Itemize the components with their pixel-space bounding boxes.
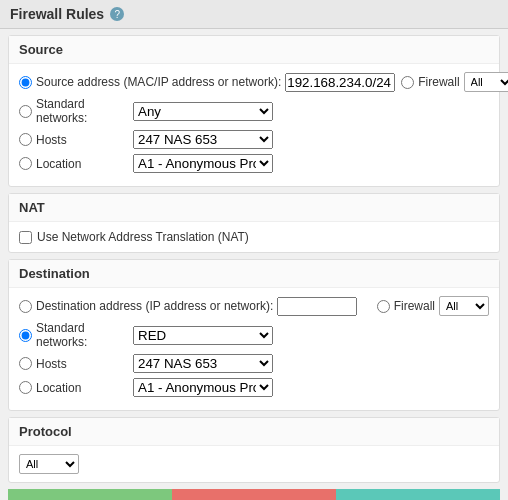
dest-address-input[interactable] [277,297,357,316]
dest-address-row: Destination address (IP address or netwo… [19,296,489,316]
protocol-section: Protocol All TCP UDP ICMP [8,417,500,483]
nat-section-title: NAT [9,194,499,222]
dest-location-text: Location [36,381,81,395]
destination-section-title: Destination [9,260,499,288]
source-section: Source Source address (MAC/IP address or… [8,35,500,187]
source-hosts-radio[interactable] [19,133,32,146]
page-title: Firewall Rules [10,6,104,22]
dest-std-text: Standard networks: [36,321,129,349]
source-std-text: Standard networks: [36,97,129,125]
dest-address-radio[interactable] [19,300,32,313]
protocol-select[interactable]: All TCP UDP ICMP [19,454,79,474]
dest-hosts-select[interactable]: 247 NAS 653 [133,354,273,373]
dest-location-label[interactable]: Location [19,381,129,395]
source-std-radio[interactable] [19,105,32,118]
source-hosts-row: Hosts 247 NAS 653 [19,130,489,149]
source-std-networks-row: Standard networks: Any 247 NAS 653 [19,97,489,125]
source-location-row: Location A1 - Anonymous Proxy [19,154,489,173]
source-hosts-label[interactable]: Hosts [19,133,129,147]
source-address-radio[interactable] [19,76,32,89]
accept-color-bar [8,489,172,500]
page-header: Firewall Rules ? [0,0,508,29]
dest-address-text: Destination address (IP address or netwo… [36,299,273,313]
source-location-label[interactable]: Location [19,157,129,171]
nat-checkbox-text: Use Network Address Translation (NAT) [37,230,249,244]
dest-std-select[interactable]: RED [133,326,273,345]
dest-hosts-row: Hosts 247 NAS 653 [19,354,489,373]
source-location-text: Location [36,157,81,171]
action-color-bar [8,489,500,500]
nat-section: NAT Use Network Address Translation (NAT… [8,193,500,253]
source-firewall-label: Firewall [418,75,459,89]
source-address-label[interactable]: Source address (MAC/IP address or networ… [19,73,395,92]
source-location-select[interactable]: A1 - Anonymous Proxy [133,154,273,173]
source-address-row: Source address (MAC/IP address or networ… [19,72,489,92]
dest-std-radio[interactable] [19,329,32,342]
source-section-body: Source address (MAC/IP address or networ… [9,64,499,186]
dest-location-row: Location A1 - Anonymous Proxy [19,378,489,397]
source-address-input[interactable] [285,73,395,92]
source-std-networks-label[interactable]: Standard networks: [19,97,129,125]
source-std-select[interactable]: Any 247 NAS 653 [133,102,273,121]
dest-location-radio[interactable] [19,381,32,394]
source-firewall-radio[interactable] [401,76,414,89]
dest-firewall-select[interactable]: All [439,296,489,316]
destination-section-body: Destination address (IP address or netwo… [9,288,499,410]
dest-firewall-radio[interactable] [377,300,390,313]
protocol-section-title: Protocol [9,418,499,446]
source-section-title: Source [9,36,499,64]
dest-address-label[interactable]: Destination address (IP address or netwo… [19,297,357,316]
nat-checkbox-label[interactable]: Use Network Address Translation (NAT) [19,230,489,244]
dest-std-networks-row: Standard networks: RED [19,321,489,349]
dest-std-networks-label[interactable]: Standard networks: [19,321,129,349]
dest-firewall-label: Firewall [394,299,435,313]
dest-location-select[interactable]: A1 - Anonymous Proxy [133,378,273,397]
source-firewall-select[interactable]: All [464,72,508,92]
dest-hosts-label[interactable]: Hosts [19,357,129,371]
dest-firewall-group: Firewall All [377,296,489,316]
protocol-section-body: All TCP UDP ICMP [9,446,499,482]
source-address-text: Source address (MAC/IP address or networ… [36,75,281,89]
nat-section-body: Use Network Address Translation (NAT) [9,222,499,252]
dest-hosts-text: Hosts [36,357,67,371]
source-location-radio[interactable] [19,157,32,170]
source-hosts-text: Hosts [36,133,67,147]
reject-color-bar [336,489,500,500]
source-hosts-select[interactable]: 247 NAS 653 [133,130,273,149]
source-firewall-group: Firewall All [401,72,508,92]
destination-section: Destination Destination address (IP addr… [8,259,500,411]
dest-hosts-radio[interactable] [19,357,32,370]
drop-color-bar [172,489,336,500]
nat-checkbox[interactable] [19,231,32,244]
help-icon[interactable]: ? [110,7,124,21]
